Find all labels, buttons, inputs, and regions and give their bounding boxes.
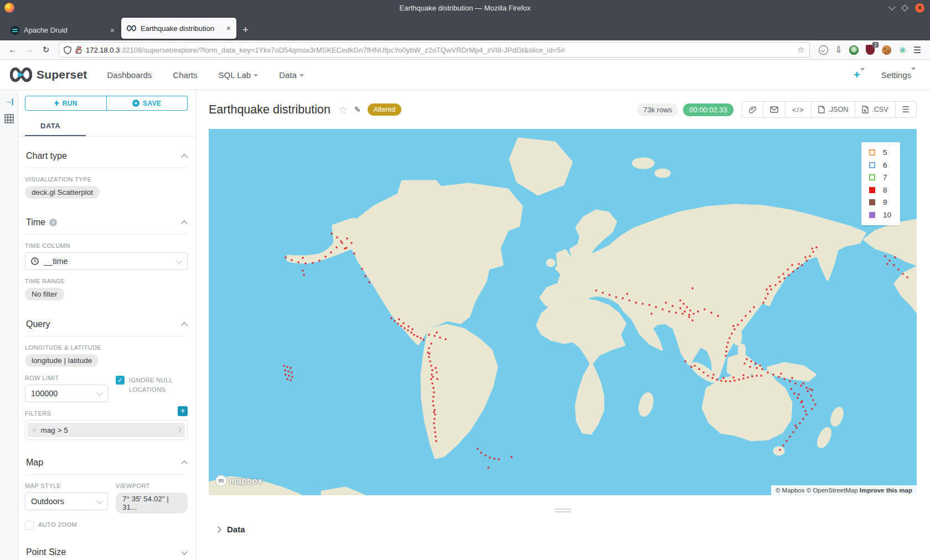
nav-data[interactable]: Data: [279, 70, 304, 80]
export-csv-button[interactable]: .CSV: [855, 102, 895, 117]
chevron-up-icon[interactable]: [181, 154, 187, 160]
chart-menu-button[interactable]: ☰: [895, 102, 916, 117]
superset-logo[interactable]: Superset: [10, 68, 87, 82]
viewport-value[interactable]: 7° 35' 54.02" | 31...: [116, 492, 188, 514]
url-text[interactable]: 172.18.0.3:32108/superset/explore/?form_…: [86, 46, 793, 54]
downloads-icon[interactable]: ⇩: [835, 45, 843, 55]
chevron-up-icon[interactable]: [181, 322, 187, 328]
legend-label: 5: [883, 148, 887, 157]
paperclip-icon: [749, 106, 756, 113]
cookie-extension-icon[interactable]: [882, 45, 891, 55]
nav-charts[interactable]: Charts: [173, 70, 197, 80]
section-map[interactable]: Map: [26, 458, 43, 468]
tab-close-icon[interactable]: ×: [226, 24, 231, 33]
minimize-icon[interactable]: [888, 3, 896, 11]
deckgl-map[interactable]: 5678910 m mapbox © Mapbox © OpenStreetMa…: [209, 129, 917, 495]
url-field[interactable]: 172.18.0.3:32108/superset/explore/?form_…: [59, 42, 810, 58]
chevron-up-icon[interactable]: [181, 460, 187, 466]
data-panel-toggle[interactable]: Data: [196, 512, 930, 534]
map-attribution: © Mapbox © OpenStreetMap Improve this ma…: [771, 485, 917, 495]
edit-title-icon[interactable]: ✎: [354, 105, 361, 114]
chevron-down-icon: [299, 74, 304, 77]
new-tab-button[interactable]: +: [242, 24, 249, 36]
remove-filter-icon[interactable]: ×: [32, 426, 37, 434]
favorite-star-icon[interactable]: ☆: [338, 103, 348, 116]
export-json-button[interactable]: .JSON: [811, 102, 855, 117]
url-path: :32108/superset/explore/?form_data_key=1…: [120, 46, 565, 54]
shield-icon[interactable]: [64, 46, 71, 54]
nav-dashboards[interactable]: Dashboards: [107, 70, 152, 80]
improve-map-link[interactable]: Improve this map: [860, 487, 912, 494]
file-icon: [818, 106, 825, 113]
maximize-icon[interactable]: [901, 4, 908, 12]
legend-swatch: [869, 199, 875, 205]
tab-close-icon[interactable]: ×: [110, 26, 115, 35]
legend-item[interactable]: 8: [869, 186, 891, 194]
add-new-button[interactable]: +: [854, 69, 865, 81]
greasemonkey-icon[interactable]: [849, 45, 859, 55]
tab-apache-druid[interactable]: Apache Druid ×: [5, 20, 120, 40]
map-style-select[interactable]: Outdoors: [25, 492, 108, 510]
ignore-null-checkbox[interactable]: ✓ IGNORE NULL LOCATIONS: [116, 376, 188, 395]
section-point-size[interactable]: Point Size: [26, 547, 66, 557]
time-range-value[interactable]: No filter: [25, 288, 64, 300]
filter-value: mag > 5: [41, 426, 68, 434]
share-link-button[interactable]: [742, 102, 763, 117]
run-button[interactable]: RUN: [25, 96, 107, 111]
map-style-label: MAP STYLE: [25, 483, 108, 489]
checkbox-checked-icon[interactable]: ✓: [116, 376, 125, 385]
save-button[interactable]: + SAVE: [107, 96, 188, 111]
time-column-select[interactable]: __time: [25, 252, 188, 270]
dataset-grid-icon[interactable]: [4, 114, 14, 123]
legend-item[interactable]: 7: [869, 173, 891, 182]
extension-asterisk-icon[interactable]: ✳: [898, 45, 906, 55]
mapbox-wordmark: mapbox: [229, 476, 262, 485]
chevron-down-icon[interactable]: [181, 548, 187, 554]
superset-favicon: [127, 25, 136, 32]
row-limit-select[interactable]: 100000: [25, 385, 108, 402]
pocket-icon[interactable]: [819, 45, 828, 55]
close-window-icon[interactable]: ×: [915, 3, 924, 13]
legend-item[interactable]: 5: [869, 148, 891, 157]
filter-mag[interactable]: × mag > 5: [28, 423, 185, 437]
legend-item[interactable]: 9: [869, 198, 891, 206]
legend-swatch: [869, 162, 875, 168]
adblock-shield-icon[interactable]: 2: [866, 45, 875, 55]
data-panel-label: Data: [227, 525, 245, 534]
email-button[interactable]: [763, 102, 785, 117]
tab-label: Apache Druid: [24, 26, 106, 34]
back-button[interactable]: ←: [6, 43, 20, 57]
chart-header: Earthquake distribution ☆ ✎ Altered 73k …: [196, 90, 930, 129]
browser-toolbar: ← → ↻ 172.18.0.3:32108/superset/explore/…: [0, 40, 930, 60]
section-chart-type[interactable]: Chart type: [26, 151, 67, 161]
resize-handle[interactable]: [555, 509, 571, 512]
section-query[interactable]: Query: [26, 319, 50, 329]
settings-menu[interactable]: Settings: [881, 70, 916, 80]
code-icon: </>: [792, 106, 804, 114]
browser-menu-icon[interactable]: ☰: [913, 45, 921, 55]
section-time[interactable]: Timei: [26, 217, 57, 227]
auto-zoom-checkbox[interactable]: AUTO ZOOM: [25, 520, 188, 530]
tab-data[interactable]: DATA: [25, 116, 86, 136]
legend-item[interactable]: 6: [869, 161, 891, 169]
viz-type-value[interactable]: deck.gl Scatterplot: [25, 186, 100, 199]
nav-sql-lab[interactable]: SQL Lab: [219, 70, 259, 80]
embed-code-button[interactable]: </>: [785, 102, 811, 117]
reload-button[interactable]: ↻: [39, 43, 53, 57]
legend-item[interactable]: 10: [869, 211, 891, 219]
checkbox-unchecked-icon[interactable]: [25, 521, 34, 530]
mapbox-logo-icon: m: [215, 475, 227, 486]
altered-badge[interactable]: Altered: [368, 103, 402, 116]
insecure-lock-icon[interactable]: [75, 46, 82, 54]
chevron-down-icon: [96, 390, 102, 396]
bookmark-star-icon[interactable]: ☆: [797, 45, 804, 55]
mapbox-logo[interactable]: m mapbox: [215, 475, 262, 486]
chevron-up-icon[interactable]: [181, 220, 187, 226]
collapse-panel-icon[interactable]: →|: [5, 97, 13, 105]
plus-circle-icon: +: [132, 100, 140, 107]
forward-button[interactable]: →: [22, 43, 37, 57]
query-timer-badge: 00:00:02.33: [683, 103, 733, 116]
add-filter-button[interactable]: +: [178, 406, 188, 416]
tab-earthquake-distribution[interactable]: Earthquake distribution ×: [121, 18, 236, 39]
lonlat-value[interactable]: longitude | latitude: [25, 354, 99, 367]
